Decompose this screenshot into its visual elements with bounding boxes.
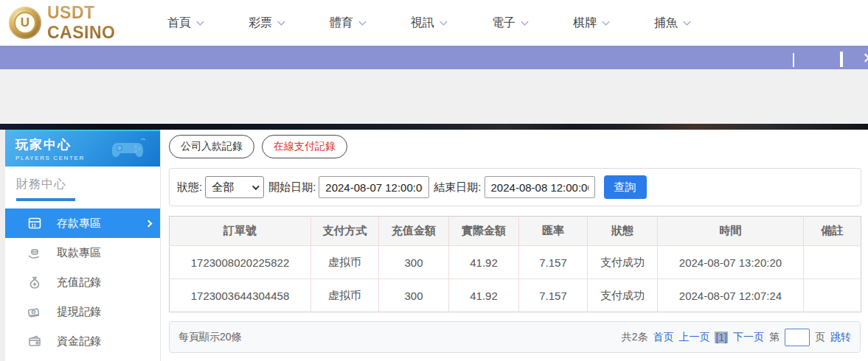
table-header-row: 訂單號 支付方式 充值金額 實際金額 匯率 狀態 時間 備註 xyxy=(170,217,861,246)
nav-item-cards[interactable]: 棋牌 xyxy=(573,15,608,31)
nav-label: 彩票 xyxy=(249,15,272,31)
spacer xyxy=(0,69,868,124)
banner-edge xyxy=(0,124,868,130)
first-page-link[interactable]: 首页 xyxy=(653,331,673,344)
end-date-input[interactable] xyxy=(485,176,595,198)
brand-logo[interactable]: U USDT CASINO xyxy=(9,3,167,43)
window-title-bar xyxy=(0,46,868,69)
nav-item-sports[interactable]: 體育 xyxy=(330,15,364,31)
start-date-input[interactable] xyxy=(319,176,429,198)
nav-item-live[interactable]: 視訊 xyxy=(411,15,445,31)
cell-recharge-amount: 300 xyxy=(379,279,449,312)
sidebar-menu: 存款專區 取款專區 充值記錄 提現記錄 xyxy=(5,208,160,356)
main-area: 玩家中心 PLAYERS CENTER 財務中心 存款專區 xyxy=(0,130,868,361)
col-remark: 備註 xyxy=(804,217,861,246)
nav-label: 視訊 xyxy=(411,15,434,31)
logo-letter: U xyxy=(14,12,36,34)
total-count: 共2条 xyxy=(622,331,648,344)
sidebar-item-deposit[interactable]: 存款專區 xyxy=(5,208,160,238)
sidebar-item-label: 提現記錄 xyxy=(57,305,101,319)
cell-payment-method: 虚拟币 xyxy=(311,279,379,312)
status-select-value: 全部 xyxy=(212,180,234,194)
nav-item-fishing[interactable]: 捕魚 xyxy=(654,15,689,31)
start-date-label: 開始日期: xyxy=(268,180,316,194)
cell-remark xyxy=(804,246,861,279)
banknote-icon xyxy=(27,304,42,319)
cell-payment-method: 虚拟币 xyxy=(311,246,379,279)
chevron-down-icon xyxy=(602,18,610,26)
col-payment-method: 支付方式 xyxy=(311,217,379,246)
chevron-down-icon xyxy=(683,18,691,26)
sidebar-item-fund-records[interactable]: 資金記錄 xyxy=(5,326,160,356)
record-tabs: 公司入款記錄 在線支付記錄 xyxy=(169,135,861,158)
col-time: 時間 xyxy=(658,217,804,246)
nav-label: 首頁 xyxy=(167,15,191,31)
maximize-icon[interactable] xyxy=(840,53,850,63)
cell-remark xyxy=(804,279,861,312)
tab-company-deposit-records[interactable]: 公司入款記錄 xyxy=(169,135,254,158)
gamepad-icon xyxy=(110,137,150,162)
nav-item-slots[interactable]: 電子 xyxy=(492,15,527,31)
window-controls xyxy=(793,46,868,69)
end-date-label: 結束日期: xyxy=(434,180,481,194)
cell-exchange-rate: 7.157 xyxy=(519,246,588,279)
cell-time: 2024-08-07 13:20:20 xyxy=(658,246,804,279)
search-button[interactable]: 查詢 xyxy=(604,175,647,199)
cell-recharge-amount: 300 xyxy=(379,246,449,279)
minimize-icon[interactable] xyxy=(816,53,826,63)
nav-label: 棋牌 xyxy=(573,15,597,31)
table-row: 1723003644304458 虚拟币 300 41.92 7.157 支付成… xyxy=(170,279,861,312)
page-jump-input[interactable] xyxy=(785,329,810,346)
chevron-down-icon xyxy=(252,183,260,190)
next-page-link[interactable]: 下一页 xyxy=(733,331,764,344)
left-gutter xyxy=(0,130,5,361)
nav-label: 捕魚 xyxy=(654,15,678,31)
sidebar-item-withdraw[interactable]: 取款專區 xyxy=(5,238,160,267)
section-underline xyxy=(16,198,75,201)
content-area: 公司入款記錄 在線支付記錄 狀態: 全部 開始日期: 結束日期: 查詢 訂單號 xyxy=(161,130,868,361)
nav-label: 體育 xyxy=(330,15,353,31)
main-nav: 首頁 彩票 體育 視訊 電子 棋牌 捕魚 xyxy=(167,15,735,31)
table-footer: 每頁顯示20條 共2条 首页 上一页 [1] 下一页 第 页 跳转 xyxy=(169,321,861,353)
sidebar-item-label: 取款專區 xyxy=(57,246,101,260)
deposit-card-icon xyxy=(27,216,42,231)
table-row: 1723008020225822 虚拟币 300 41.92 7.157 支付成… xyxy=(170,246,861,279)
col-exchange-rate: 匯率 xyxy=(519,217,588,246)
jump-prefix: 第 xyxy=(769,331,780,344)
jump-suffix: 页 xyxy=(815,331,825,344)
logo-coin-icon: U xyxy=(9,7,41,39)
col-actual-amount: 實際金額 xyxy=(449,217,519,246)
nav-item-home[interactable]: 首頁 xyxy=(167,15,202,31)
money-bag-icon xyxy=(27,275,42,290)
sidebar-item-withdrawal-records[interactable]: 提現記錄 xyxy=(5,297,160,326)
players-center-header: 玩家中心 PLAYERS CENTER xyxy=(5,130,160,167)
chevron-down-icon xyxy=(277,18,285,26)
brand-name: USDT CASINO xyxy=(47,3,167,43)
status-select[interactable]: 全部 xyxy=(205,176,264,198)
finance-section-header: 財務中心 xyxy=(5,167,160,208)
chevron-down-icon xyxy=(521,18,529,26)
page-size-text: 每頁顯示20條 xyxy=(178,331,242,344)
wallet-icon xyxy=(27,334,42,348)
col-recharge-amount: 充值金額 xyxy=(379,217,449,246)
sidebar-item-label: 存款專區 xyxy=(57,217,101,231)
withdraw-hand-icon xyxy=(27,245,42,260)
filter-bar: 狀態: 全部 開始日期: 結束日期: 查詢 xyxy=(169,168,861,206)
cell-status: 支付成功 xyxy=(588,246,658,279)
cell-order-number: 1723008020225822 xyxy=(170,246,311,279)
prev-page-link[interactable]: 上一页 xyxy=(678,331,709,344)
tab-online-payment-records[interactable]: 在線支付記錄 xyxy=(262,135,347,158)
chevron-down-icon[interactable] xyxy=(793,53,802,63)
finance-section-label: 財務中心 xyxy=(16,177,160,192)
close-icon[interactable] xyxy=(864,53,868,63)
sidebar-item-recharge-records[interactable]: 充值記錄 xyxy=(5,267,160,297)
chevron-down-icon xyxy=(358,18,367,26)
pagination: 共2条 首页 上一页 [1] 下一页 第 页 跳转 xyxy=(622,329,851,346)
chevron-down-icon xyxy=(440,18,448,26)
current-page[interactable]: [1] xyxy=(715,332,728,343)
chevron-down-icon xyxy=(196,18,204,26)
nav-item-lottery[interactable]: 彩票 xyxy=(249,15,283,31)
sidebar-item-label: 資金記錄 xyxy=(57,334,101,348)
chevron-right-icon xyxy=(145,220,153,227)
jump-button[interactable]: 跳转 xyxy=(830,331,851,344)
